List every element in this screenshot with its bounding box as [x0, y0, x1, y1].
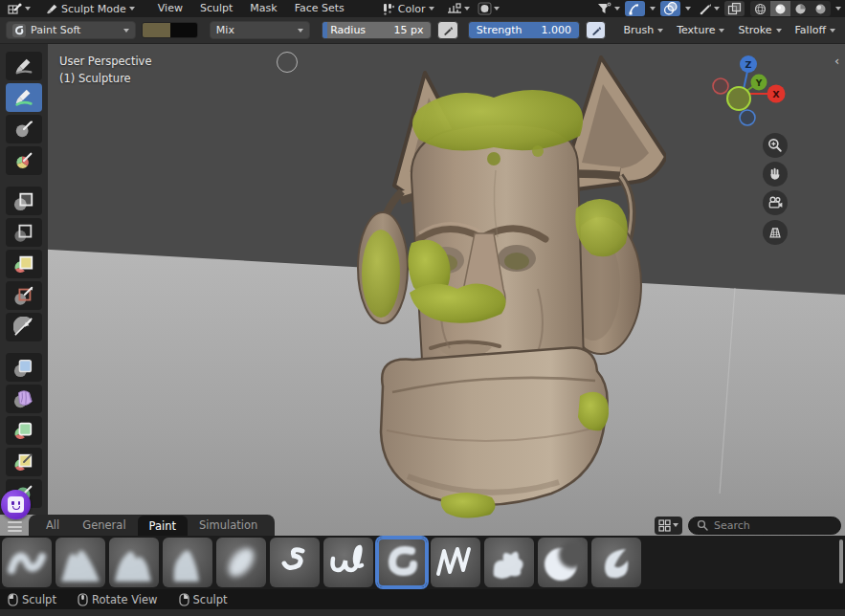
pan-button[interactable] [763, 162, 788, 187]
chevron-down-icon[interactable] [835, 7, 841, 11]
chevron-down-icon[interactable] [650, 7, 656, 11]
axis-y-ball[interactable]: Y [751, 75, 767, 91]
status-bar: Sculpt Rotate View Sculpt [0, 589, 845, 609]
zoom-button[interactable] [763, 133, 788, 158]
tool-draw-brush[interactable] [6, 52, 42, 80]
axis-x-ball[interactable]: X [767, 85, 786, 103]
box-mask-icon [13, 190, 34, 211]
brush-thumbnail-1[interactable] [2, 538, 52, 587]
brush-thumbnail-8-selected[interactable] [377, 538, 427, 587]
shading-rendered-button[interactable] [811, 1, 831, 16]
strength-label: Strength [477, 24, 523, 36]
moai-model[interactable] [350, 55, 666, 520]
sculpt-editor-icon [8, 3, 22, 15]
brush-name: Paint Soft [31, 24, 119, 36]
shelf-scrollbar[interactable] [839, 539, 843, 583]
radius-slider[interactable]: Radius 15 px [322, 21, 432, 39]
tool-box-face-set[interactable] [6, 250, 42, 278]
brush-thumbnail-3[interactable] [109, 538, 159, 587]
mesh-filter-icon [13, 357, 34, 378]
visibility-filter-button[interactable] [594, 1, 623, 16]
paint-brush-icon [13, 87, 34, 108]
perspective-toggle-button[interactable] [763, 220, 788, 245]
brush-thumbnail-9[interactable] [431, 538, 480, 587]
radius-pressure-toggle[interactable] [437, 21, 457, 39]
tool-color-filter[interactable] [6, 416, 42, 445]
svg-text:X: X [772, 89, 780, 99]
axis-z-ball[interactable]: Z [740, 55, 757, 73]
brush-panel-button[interactable]: Brush [619, 24, 667, 36]
brush-thumbnail-4[interactable] [163, 538, 212, 587]
radius-label: Radius [330, 24, 366, 36]
brush-shape-button[interactable] [475, 1, 502, 16]
search-box[interactable] [688, 517, 841, 535]
tool-smear[interactable] [6, 115, 42, 143]
search-input[interactable] [714, 519, 819, 532]
axis-gizmo[interactable]: Z Y X [708, 52, 804, 138]
chevron-down-icon[interactable] [685, 7, 691, 11]
tool-line-project[interactable] [6, 313, 42, 341]
gizmos-toggle[interactable] [625, 1, 645, 16]
axis-neg-z-ball[interactable] [740, 110, 755, 125]
menu-mask[interactable]: Mask [242, 1, 284, 16]
display-mode-button[interactable] [655, 517, 682, 535]
tab-all[interactable]: All [34, 515, 71, 536]
chevron-down-icon [494, 7, 500, 11]
falloff-panel-button[interactable]: Falloff [791, 24, 839, 36]
shading-wireframe-button[interactable] [750, 1, 770, 16]
tool-box-mask[interactable] [6, 187, 42, 215]
annotate-tool-button[interactable] [696, 1, 723, 16]
brush-panel-label: Brush [623, 24, 654, 36]
stylus-icon [699, 2, 712, 15]
menu-view[interactable]: View [150, 1, 190, 16]
tool-mesh-filter[interactable] [6, 353, 42, 382]
chevron-down-icon [123, 29, 129, 33]
strength-pressure-toggle[interactable] [586, 21, 606, 39]
sidebar-toggle[interactable]: ‹ [834, 55, 839, 67]
tool-cloth-filter[interactable] [6, 385, 42, 413]
shading-solid-button[interactable] [770, 1, 790, 16]
camera-icon [767, 194, 784, 211]
shading-material-button[interactable] [790, 1, 811, 16]
brush-thumbnail-12[interactable] [591, 538, 641, 587]
asset-shelf-header: All General Paint Simulation [0, 515, 845, 536]
brush-thumbnail-7[interactable] [323, 538, 373, 587]
tool-box-hide[interactable] [6, 218, 42, 247]
brush-thumbnail-6[interactable] [270, 538, 320, 587]
texture-panel-button[interactable]: Texture [673, 24, 728, 36]
tool-mask-by-color[interactable] [6, 448, 42, 476]
brush-thumbnail-10[interactable] [484, 538, 534, 587]
menu-sculpt[interactable]: Sculpt [192, 1, 240, 16]
brush-select-dropdown[interactable]: Paint Soft [6, 21, 136, 39]
editor-type-button[interactable] [4, 1, 34, 16]
menu-face-sets[interactable]: Face Sets [287, 1, 352, 16]
3d-viewport[interactable]: User Perspective (1) Sculpture Z Y X [0, 44, 845, 589]
mouse-left-icon [8, 593, 18, 606]
tool-color-filter-brush[interactable] [6, 146, 42, 175]
strength-slider[interactable]: Strength 1.000 [468, 21, 580, 39]
tab-general[interactable]: General [71, 515, 137, 536]
xray-toggle[interactable] [724, 1, 745, 16]
brush-thumbnail-5[interactable] [216, 538, 266, 587]
camera-view-button[interactable] [763, 190, 788, 215]
rendered-sphere-icon [814, 3, 827, 15]
tab-paint[interactable]: Paint [138, 516, 188, 536]
color-menu-button[interactable]: Color [379, 1, 438, 16]
tab-simulation[interactable]: Simulation [188, 515, 269, 536]
brush-thumbnail-2[interactable] [56, 538, 105, 587]
tool-box-trim[interactable] [6, 281, 42, 310]
stroke-panel-button[interactable]: Stroke [734, 24, 785, 36]
secondary-color-swatch[interactable] [170, 23, 197, 37]
overlays-toggle[interactable] [660, 1, 680, 16]
axis-neg-y-ball[interactable] [727, 87, 750, 110]
window-footer [0, 609, 845, 616]
hand-icon [767, 165, 784, 183]
mode-selector[interactable]: Sculpt Mode [42, 1, 139, 16]
tool-paint-brush[interactable] [6, 83, 42, 112]
blend-mode-dropdown[interactable]: Mix [210, 21, 310, 39]
box-trim-icon [13, 285, 34, 306]
primary-color-swatch[interactable] [143, 23, 169, 37]
axis-neg-x-ball[interactable] [713, 78, 728, 94]
brush-thumbnail-11[interactable] [538, 538, 588, 587]
falloff-curve-button[interactable] [444, 1, 473, 16]
